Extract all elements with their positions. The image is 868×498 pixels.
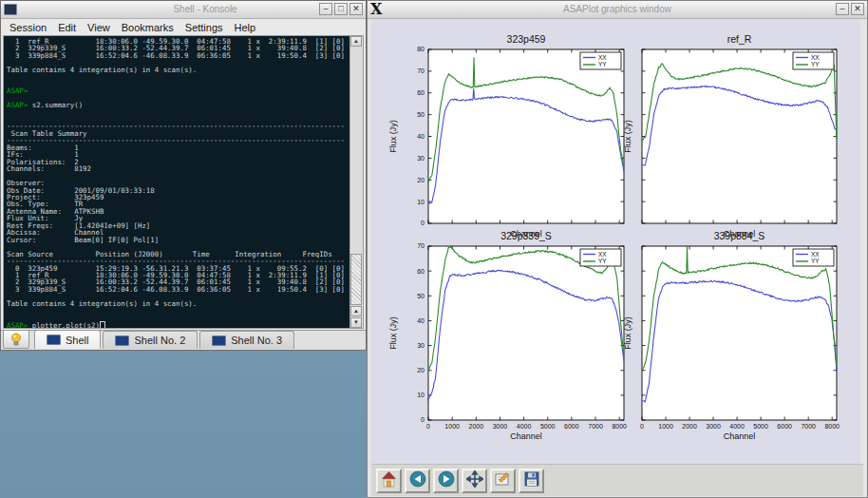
asap-prompt: ASAP> (7, 101, 32, 109)
axes-frame (642, 49, 837, 223)
subplot-title: ref_R (727, 33, 752, 45)
y-tick-label: 60 (417, 89, 425, 96)
pan-icon (466, 470, 483, 491)
pan-button[interactable] (462, 469, 487, 493)
tab-shell-no-3[interactable]: Shell No. 3 (199, 331, 294, 349)
x-tick-label: 2000 (682, 423, 697, 430)
asaplot-titlebar[interactable]: X ASAPlot graphics window –✕ (368, 1, 867, 19)
home-button[interactable] (376, 469, 402, 493)
x-tick-label: 3000 (493, 423, 508, 430)
menu-help[interactable]: Help (229, 21, 262, 34)
tab-label: Shell (66, 335, 88, 346)
subplot-title: 329p339_S (500, 230, 552, 241)
terminal-output[interactable]: 1 ref_R 18:30:06.0 -49.59.30.0 04:47:58 … (4, 36, 349, 328)
y-tick-label: 40 (417, 133, 425, 140)
edit-icon (494, 470, 512, 491)
save-button[interactable] (519, 469, 544, 493)
menu-settings[interactable]: Settings (179, 21, 229, 34)
x-tick-label: 5000 (540, 423, 556, 430)
x-tick-label: 1000 (658, 423, 673, 430)
konsole-menubar: SessionEditViewBookmarksSettingsHelp (1, 19, 366, 35)
y-tick-label: 70 (417, 242, 425, 249)
asaplot-close-button[interactable]: ✕ (851, 3, 864, 15)
x-tick-label: 1000 (444, 423, 460, 430)
terminal-icon (115, 335, 129, 346)
back-icon (409, 470, 426, 491)
menu-edit[interactable]: Edit (52, 21, 82, 34)
back-button[interactable] (405, 469, 430, 493)
y-tick-label: 0 (421, 220, 425, 226)
x-tick-label: 2000 (469, 423, 484, 430)
legend-label-xx: XX (811, 251, 820, 258)
scroll-down-icon[interactable]: ▼ (350, 317, 362, 328)
axes-frame (428, 49, 624, 223)
y-axis-label: Flux (Jy) (388, 316, 398, 350)
scroll-up-icon[interactable]: ▲ (350, 36, 362, 47)
konsole-close-button[interactable]: ✕ (349, 3, 363, 15)
x-tick-label: 0 (426, 423, 430, 430)
y-tick-label: 0 (421, 416, 425, 423)
edit-button[interactable] (490, 469, 516, 493)
konsole-minimize-button[interactable]: – (319, 3, 332, 15)
x-tick-label: 8000 (612, 423, 627, 430)
terminal-icon (212, 335, 226, 346)
forward-button[interactable] (433, 469, 459, 493)
plots-svg: 01020304050607080323p459ChannelFlux (Jy)… (371, 19, 860, 464)
asap-prompt: ASAP> (7, 86, 28, 95)
x-tick-label: 5000 (753, 423, 768, 430)
y-tick-label: 70 (417, 67, 425, 74)
plot-toolbar (371, 464, 863, 496)
y-axis-label: Flux (Jy) (623, 120, 632, 153)
x-tick-label: 6000 (777, 423, 792, 430)
legend-label-yy: YY (811, 258, 820, 264)
subplot-title: 323p459 (507, 33, 546, 45)
x-axis-label: Channel (510, 431, 542, 441)
x-tick-label: 6000 (564, 423, 579, 430)
konsole-window: Shell - Konsole –□✕ SessionEditViewBookm… (0, 0, 367, 351)
axes-frame (642, 246, 837, 420)
axes-frame (428, 246, 624, 420)
save-icon (523, 470, 540, 491)
konsole-maximize-button[interactable]: □ (334, 3, 348, 15)
legend-label-yy: YY (811, 61, 820, 67)
subplot-339p884_S: 010002000300040005000600070008000339p884… (623, 230, 840, 441)
konsole-tabs: ShellShell No. 2Shell No. 3 (34, 330, 296, 349)
y-tick-label: 20 (417, 177, 425, 183)
y-tick-label: 20 (417, 367, 425, 374)
y-tick-label: 50 (417, 111, 425, 118)
asaplot-minimize-button[interactable]: – (836, 3, 849, 15)
y-tick-label: 30 (417, 155, 425, 162)
desktop: { "colors": { "desktop": "#7499b1", "ter… (0, 0, 868, 498)
tab-shell[interactable]: Shell (34, 330, 101, 349)
konsole-window-buttons: –□✕ (319, 3, 363, 15)
y-tick-label: 60 (417, 268, 425, 275)
asap-prompt: ASAP> (7, 321, 32, 328)
tab-label: Shell No. 2 (134, 335, 185, 346)
x-tick-label: 0 (640, 423, 644, 430)
subplot-329p339_S: 0100020003000400050006000700080000102030… (388, 230, 627, 441)
terminal-scrollbar[interactable]: ▲ ▲ ▼ (349, 36, 363, 328)
terminal-area: 1 ref_R 18:30:06.0 -49.59.30.0 04:47:58 … (3, 35, 364, 329)
scroll-up2-icon[interactable]: ▲ (350, 306, 362, 316)
y-tick-label: 40 (417, 317, 425, 324)
forward-icon (438, 470, 455, 491)
x-tick-label: 3000 (706, 423, 721, 430)
subplot-323p459: 01020304050607080323p459ChannelFlux (Jy)… (388, 33, 624, 239)
subplot-title: 339p884_S (714, 230, 765, 241)
home-icon (380, 470, 398, 491)
scrollbar-thumb[interactable] (350, 254, 362, 305)
terminal-cursor (100, 321, 105, 328)
konsole-titlebar[interactable]: Shell - Konsole –□✕ (1, 1, 366, 19)
y-tick-label: 10 (417, 392, 425, 398)
legend-label-xx: XX (598, 251, 607, 258)
menu-view[interactable]: View (82, 21, 116, 34)
menu-bookmarks[interactable]: Bookmarks (116, 21, 179, 34)
y-axis-label: Flux (Jy) (623, 316, 632, 350)
legend-label-xx: XX (598, 54, 607, 61)
y-axis-label: Flux (Jy) (388, 120, 398, 153)
y-tick-label: 30 (417, 342, 425, 349)
new-session-button[interactable] (3, 330, 29, 349)
menu-session[interactable]: Session (4, 21, 52, 34)
tab-shell-no-2[interactable]: Shell No. 2 (103, 331, 198, 349)
legend-label-xx: XX (811, 54, 820, 61)
